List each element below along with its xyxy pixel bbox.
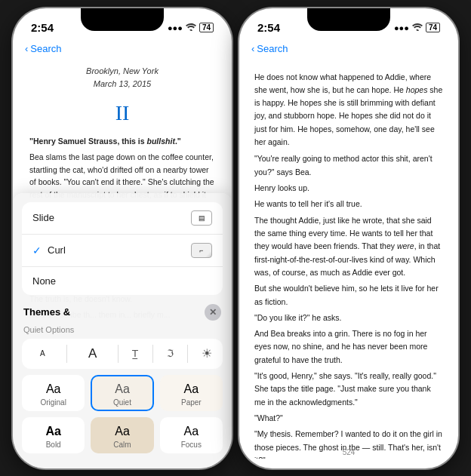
right-time: 2:54 [257,21,280,34]
right-book-paragraph: He does not know what happened to Addie,… [254,71,443,149]
font-type-icon[interactable]: T̲ [132,348,138,359]
brightness-icon[interactable]: ☀ [202,346,212,361]
theme-focus-card[interactable]: Aa Focus [160,417,223,453]
theme-calm-sample: Aa [115,425,130,438]
divider-2 [118,345,119,363]
curl-icon: ⌐ [191,243,212,258]
theme-original-label: Original [40,398,66,407]
left-book-content-area: Brooklyn, New York March 13, 2015 II "He… [13,59,232,468]
right-signal-icon: ●●● [394,23,409,32]
right-status-icons: ●●● 74 [394,23,440,32]
left-status-bar: 2:54 ●●● 74 [13,8,232,41]
theme-quiet-sample: Aa [115,382,130,396]
theme-focus-label: Focus [181,441,202,449]
left-phone: 2:54 ●●● 74 ‹ Search Brooklyn, Ne [13,8,232,468]
chapter-numeral: II [29,97,215,129]
option-none[interactable]: None [22,267,223,295]
right-phone: 2:54 ●●● 74 ‹ Search He does not know wh… [239,8,458,468]
right-nav-bar: ‹ Search [239,41,458,59]
left-status-icons: ●●● 74 [168,23,214,32]
right-chevron-left-icon: ‹ [251,43,254,54]
font-decrease-button[interactable]: A [32,346,53,361]
checkmark-icon: ✓ [32,244,42,256]
theme-focus-sample: Aa [184,425,199,438]
font-increase-button[interactable]: A [81,343,104,364]
right-battery-icon: 74 [426,23,440,32]
themes-header: Themes & ✕ [13,301,232,325]
right-book-content: He does not know what happened to Addie,… [239,59,458,459]
phones-container: 2:54 ●●● 74 ‹ Search Brooklyn, Ne [13,8,458,468]
slide-icon: ▤ [191,210,212,226]
left-nav-bar: ‹ Search [13,41,232,59]
divider-4 [187,345,188,363]
wifi-icon [186,23,196,32]
none-label: None [32,275,56,287]
left-time: 2:54 [31,21,54,34]
theme-bold-card[interactable]: Aa Bold [22,417,85,453]
divider-1 [66,345,67,363]
themes-title: Themes & [23,306,70,318]
theme-bold-label: Bold [46,441,61,449]
theme-paper-label: Paper [181,398,202,407]
close-button[interactable]: ✕ [205,304,221,321]
book-header: Brooklyn, New York March 13, 2015 [29,65,215,91]
theme-calm-card[interactable]: Aa Calm [91,417,153,453]
curl-label: Curl [48,244,66,256]
chevron-left-icon: ‹ [25,43,28,54]
font-controls-row: A A T̲ ℑ ☀ [22,339,223,369]
theme-cards-grid: Aa Original Aa Quiet Aa Paper [13,375,232,453]
theme-paper-sample: Aa [184,382,199,396]
theme-original-sample: Aa [46,382,61,396]
battery-icon: 74 [199,23,214,32]
theme-quiet-label: Quiet [113,398,131,407]
quiet-options-label: Quiet Options [13,325,232,339]
back-button-left[interactable]: ‹ Search [25,43,62,54]
page-number: 524 [239,448,458,456]
option-curl[interactable]: ✓ Curl ⌐ [22,235,223,267]
theme-original-card[interactable]: Aa Original [22,375,85,411]
font-style-icon[interactable]: ℑ [167,348,174,359]
transition-options: Slide ▤ ✓ Curl ⌐ None [22,202,223,295]
divider-3 [152,345,153,363]
theme-bold-sample: Aa [45,425,60,438]
theme-calm-label: Calm [113,441,131,449]
option-slide[interactable]: Slide ▤ [22,202,223,235]
back-button-right[interactable]: ‹ Search [251,43,288,54]
slide-label: Slide [32,212,54,223]
theme-paper-card[interactable]: Aa Paper [160,375,223,411]
right-wifi-icon [412,23,423,32]
signal-icon: ●●● [168,23,183,32]
theme-quiet-card[interactable]: Aa Quiet [91,375,153,411]
overlay-panel: Slide ▤ ✓ Curl ⌐ None [13,193,232,468]
right-status-bar: 2:54 ●●● 74 [239,8,458,41]
